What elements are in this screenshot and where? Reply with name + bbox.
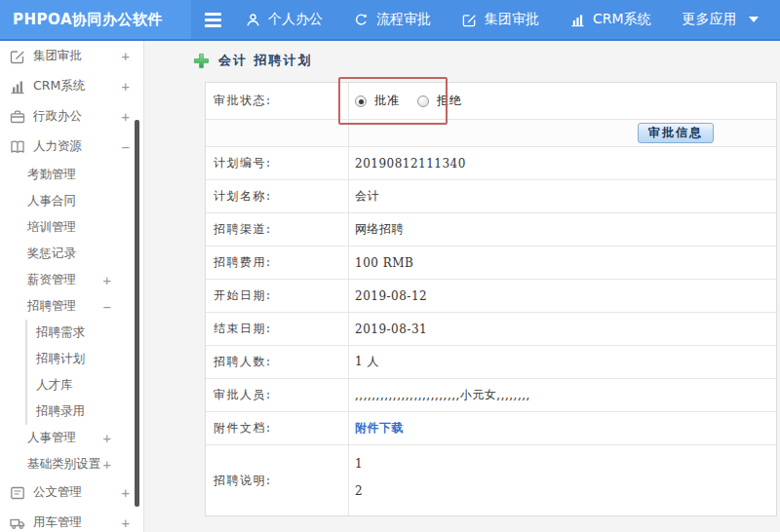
sidebar-item-label: 招聘需求	[36, 324, 85, 341]
book-icon	[10, 139, 26, 155]
field-value: 附件下载	[349, 412, 776, 444]
sidebar-item-recruit-plan[interactable]: 招聘计划	[25, 346, 143, 372]
sidebar-item-personnel-mgmt[interactable]: 人事管理+	[0, 425, 143, 451]
expand-toggle-icon[interactable]: +	[103, 273, 111, 288]
expand-toggle-icon[interactable]: +	[103, 431, 111, 446]
row-approvers: 审批人员:,,,,,,,,,,,,,,,,,,,,,,,,,小元女,,,,,,,…	[206, 379, 776, 412]
sidebar-item-label: 人事合同	[27, 193, 76, 209]
radio-approve[interactable]: 批准	[355, 93, 400, 109]
sidebar-item-label: 基础类别设置	[27, 456, 100, 473]
sidebar-item-crm-system[interactable]: CRM系统+	[0, 71, 143, 101]
row-attachment: 附件文档:附件下载	[206, 412, 776, 445]
sidebar-item-training[interactable]: 培训管理	[0, 214, 143, 241]
attachment-download-link[interactable]: 附件下载	[355, 420, 404, 437]
row-headcount: 招聘人数:1 人	[206, 346, 776, 379]
hamburger-icon[interactable]	[201, 13, 224, 27]
sidebar-item-attendance[interactable]: 考勤管理	[0, 162, 143, 188]
briefcase-icon	[10, 109, 26, 125]
row-description: 招聘说明:12	[206, 445, 776, 515]
field-label: 招聘费用:	[206, 247, 349, 279]
field-label: 招聘人数:	[206, 346, 349, 378]
truck-icon	[10, 515, 26, 531]
detail-rows: 计划编号:20190812111340计划名称:会计招聘渠道:网络招聘招聘费用:…	[206, 147, 776, 515]
sidebar-item-vehicle-mgmt[interactable]: 用车管理+	[0, 508, 143, 532]
main-content: 会计 招聘计划 审批状态: 批准 拒绝 审批信息 计划编号:2019081211…	[144, 41, 780, 532]
sidebar-scrollbar[interactable]	[135, 120, 139, 507]
sidebar-item-salary[interactable]: 薪资管理+	[0, 267, 143, 293]
topbar: PHPOA协同办公软件 个人办公流程审批集团审批CRM系统更多应用	[0, 0, 780, 41]
sidebar-item-base-category[interactable]: 基础类别设置+	[0, 451, 143, 477]
sidebar-item-group-approval[interactable]: 集团审批+	[0, 41, 143, 71]
field-label: 结束日期:	[206, 313, 349, 345]
sidebar-item-talent-pool[interactable]: 人才库	[25, 372, 143, 399]
field-value: 会计	[349, 180, 776, 212]
field-label: 招聘说明:	[206, 445, 349, 515]
sidebar-item-label: 公文管理	[33, 484, 82, 501]
sidebar-item-label: CRM系统	[33, 78, 85, 95]
sidebar: 集团审批+CRM系统+行政办公+人力资源−考勤管理人事合同培训管理奖惩记录薪资管…	[0, 41, 144, 532]
sidebar-item-label: 培训管理	[27, 219, 76, 236]
nav-label: 集团审批	[485, 11, 539, 28]
expand-toggle-icon[interactable]: +	[122, 109, 130, 125]
expand-toggle-icon[interactable]: −	[103, 299, 111, 315]
row-plan-number: 计划编号:20190812111340	[206, 147, 776, 180]
field-value: ,,,,,,,,,,,,,,,,,,,,,,,,,小元女,,,,,,,,	[349, 379, 776, 411]
field-value: 12	[349, 445, 776, 515]
process-icon	[354, 13, 369, 27]
expand-toggle-icon[interactable]: −	[122, 139, 130, 155]
sidebar-item-hr-contract[interactable]: 人事合同	[0, 188, 143, 214]
nav-label: 个人办公	[268, 11, 323, 28]
field-label-empty	[206, 120, 349, 146]
field-label: 审批状态:	[206, 83, 349, 119]
radio-approve-icon[interactable]	[355, 95, 367, 107]
field-label: 审批人员:	[206, 379, 349, 411]
field-value: 1 人	[349, 346, 776, 378]
nav-more-apps[interactable]: 更多应用	[682, 11, 759, 28]
sidebar-item-label: 人才库	[36, 377, 73, 394]
nav-label: 流程审批	[376, 11, 431, 28]
sidebar-menu: 集团审批+CRM系统+行政办公+人力资源−考勤管理人事合同培训管理奖惩记录薪资管…	[0, 41, 143, 532]
expand-toggle-icon[interactable]: +	[122, 485, 130, 501]
field-value-text: 2019-08-12	[355, 289, 427, 303]
page-header: 会计 招聘计划	[193, 52, 313, 69]
row-end-date: 结束日期:2019-08-31	[206, 313, 776, 346]
sidebar-item-document-mgmt[interactable]: 公文管理+	[0, 477, 143, 508]
field-value: 2019-08-12	[349, 280, 776, 312]
expand-toggle-icon[interactable]: +	[103, 457, 111, 473]
sidebar-item-recruit-hire[interactable]: 招聘录用	[25, 399, 143, 425]
sidebar-item-recruit-demand[interactable]: 招聘需求	[25, 320, 143, 346]
sidebar-item-label: 奖惩记录	[27, 246, 76, 262]
field-value: 2019-08-31	[349, 313, 776, 345]
radio-reject-icon[interactable]	[417, 95, 429, 107]
nav-label: 更多应用	[682, 11, 737, 28]
description-line: 2	[355, 483, 363, 500]
field-label: 计划编号:	[206, 147, 349, 179]
description-line: 1	[355, 456, 363, 473]
expand-toggle-icon[interactable]: +	[122, 49, 130, 64]
field-value: 批准 拒绝	[349, 83, 776, 119]
nav-label: CRM系统	[593, 11, 651, 28]
nav-group-approval[interactable]: 集团审批	[462, 11, 539, 28]
sidebar-item-recruit-mgmt[interactable]: 招聘管理−	[0, 293, 143, 320]
edit-square-icon	[10, 49, 26, 64]
bar-chart-icon	[10, 79, 26, 95]
field-value-text: 网络招聘	[355, 221, 404, 238]
field-value-text: ,,,,,,,,,,,,,,,,,,,,,,,,,小元女,,,,,,,,	[355, 387, 530, 403]
field-value: 网络招聘	[349, 213, 776, 246]
expand-toggle-icon[interactable]: +	[122, 515, 130, 531]
sidebar-item-human-resources[interactable]: 人力资源−	[0, 132, 143, 162]
nav-workflow-approval[interactable]: 流程审批	[354, 11, 431, 28]
approval-info-button[interactable]: 审批信息	[638, 123, 714, 143]
app-logo: PHPOA协同办公软件	[0, 0, 191, 39]
nav-crm-system[interactable]: CRM系统	[570, 11, 651, 28]
nav-personal-office[interactable]: 个人办公	[246, 11, 323, 28]
sidebar-item-admin-office[interactable]: 行政办公+	[0, 101, 143, 132]
sidebar-item-reward-punishment[interactable]: 奖惩记录	[0, 241, 143, 267]
expand-toggle-icon[interactable]: +	[122, 79, 130, 95]
field-value: 100 RMB	[349, 247, 776, 279]
page-title: 会计 招聘计划	[218, 52, 313, 69]
person-icon	[246, 13, 260, 27]
sidebar-item-label: 人事管理	[27, 430, 76, 446]
sidebar-item-label: 招聘管理	[27, 298, 76, 315]
radio-reject[interactable]: 拒绝	[417, 93, 462, 109]
